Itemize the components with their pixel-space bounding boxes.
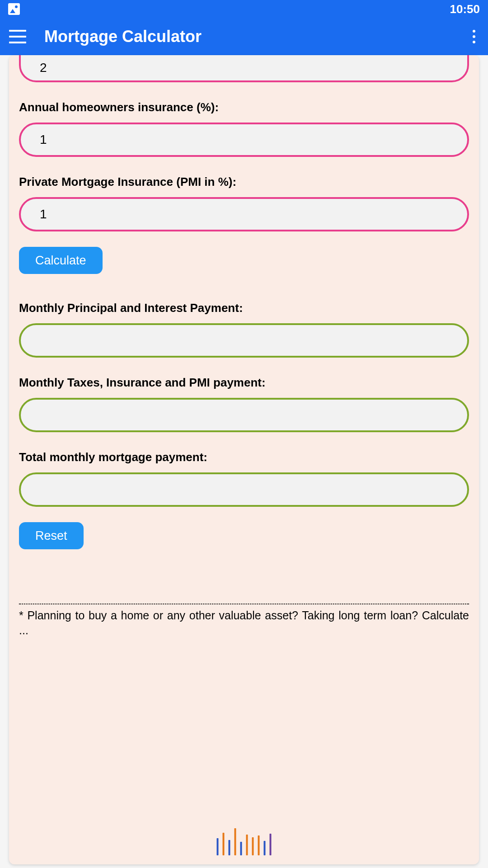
image-icon: [8, 3, 20, 15]
calculate-button[interactable]: Calculate: [19, 247, 103, 274]
pmi-value: 1: [40, 207, 47, 222]
principal-label: Monthly Principal and Interest Payment:: [19, 301, 469, 315]
reset-button[interactable]: Reset: [19, 522, 84, 549]
pmi-label: Private Mortgage Insurance (PMI in %):: [19, 175, 469, 189]
homeowners-value: 1: [40, 132, 47, 147]
homeowners-label: Annual homeowners insurance (%):: [19, 100, 469, 114]
app-bar: Mortgage Calculator: [0, 18, 488, 55]
form-card: 2 Annual homeowners insurance (%): 1 Pri…: [9, 55, 479, 864]
footer-text: * Planning to buy a home or any other va…: [19, 608, 469, 637]
principal-output: [19, 323, 469, 358]
taxes-output: [19, 398, 469, 432]
menu-icon[interactable]: [9, 30, 26, 43]
more-icon[interactable]: [473, 30, 475, 43]
app-title: Mortgage Calculator: [44, 27, 202, 46]
divider: [19, 604, 469, 604]
total-output: [19, 472, 469, 507]
decorative-bars: [217, 828, 272, 855]
total-label: Total monthly mortgage payment:: [19, 450, 469, 464]
status-bar: 10:50: [0, 0, 488, 18]
taxes-label: Monthly Taxes, Insurance and PMI payment…: [19, 376, 469, 390]
pmi-input[interactable]: 1: [19, 197, 469, 231]
partial-input-value: 2: [40, 61, 47, 75]
partial-input[interactable]: 2: [19, 55, 469, 82]
homeowners-input[interactable]: 1: [19, 123, 469, 157]
status-time: 10:50: [450, 2, 480, 16]
